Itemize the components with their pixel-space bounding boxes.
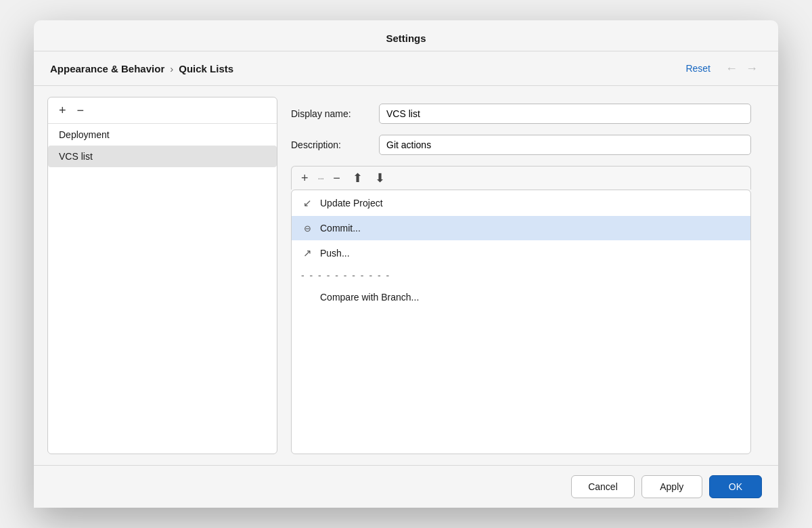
dialog-title: Settings	[34, 20, 778, 51]
action-item-compare-branch[interactable]: Compare with Branch...	[292, 285, 750, 309]
display-name-label: Display name:	[291, 108, 379, 119]
breadcrumb-bar: Appearance & Behavior › Quick Lists Rese…	[34, 51, 778, 86]
action-item-push[interactable]: ↗ Push...	[292, 240, 750, 266]
description-input[interactable]	[379, 135, 751, 155]
dialog-body: + − Deployment VCS list Display name: De…	[34, 86, 778, 465]
description-row: Description:	[291, 135, 751, 155]
action-toolbar: + ··· − ⬆ ⬇	[291, 166, 751, 190]
display-name-row: Display name:	[291, 97, 751, 124]
action-separator: - - - - - - - - - - -	[292, 266, 750, 285]
update-project-label: Update Project	[320, 198, 383, 208]
nav-forward-button[interactable]: →	[742, 61, 762, 76]
dialog-footer: Cancel Apply OK	[34, 465, 778, 508]
display-name-input[interactable]	[379, 104, 751, 124]
remove-list-button[interactable]: −	[74, 103, 87, 118]
left-toolbar: + −	[48, 97, 277, 124]
action-item-update-project[interactable]: ↙ Update Project	[292, 190, 750, 216]
compare-branch-label: Compare with Branch...	[320, 292, 419, 303]
toolbar-separator-1: ···	[318, 173, 324, 183]
reset-button[interactable]: Reset	[685, 63, 710, 74]
action-item-commit[interactable]: ⊖ Commit...	[292, 216, 750, 240]
breadcrumb-parent: Appearance & Behavior	[50, 63, 164, 74]
push-label: Push...	[320, 248, 350, 259]
commit-icon: ⊖	[301, 223, 313, 234]
breadcrumb-current: Quick Lists	[179, 63, 233, 74]
cancel-button[interactable]: Cancel	[571, 475, 635, 498]
breadcrumb-separator: ›	[170, 63, 173, 74]
push-icon: ↗	[301, 247, 313, 259]
add-action-button[interactable]: +	[298, 171, 311, 185]
move-down-button[interactable]: ⬇	[372, 171, 388, 185]
apply-button[interactable]: Apply	[641, 475, 702, 498]
ok-button[interactable]: OK	[709, 475, 762, 498]
commit-label: Commit...	[320, 223, 361, 234]
left-list: Deployment VCS list	[48, 124, 277, 454]
action-items-list: ↙ Update Project ⊖ Commit... ↗ Push... -…	[291, 190, 751, 454]
right-panel: Display name: Description: + ··· − ⬆ ⬇ ↙	[277, 97, 765, 454]
update-project-icon: ↙	[301, 197, 313, 209]
add-list-button[interactable]: +	[56, 103, 69, 118]
left-panel: + − Deployment VCS list	[47, 97, 277, 454]
nav-back-button[interactable]: ←	[721, 61, 742, 76]
list-item[interactable]: VCS list	[48, 146, 277, 167]
move-up-button[interactable]: ⬆	[350, 171, 365, 185]
description-label: Description:	[291, 139, 379, 150]
settings-dialog: Settings Appearance & Behavior › Quick L…	[34, 20, 778, 508]
list-item[interactable]: Deployment	[48, 124, 277, 146]
remove-action-button[interactable]: −	[330, 171, 343, 185]
